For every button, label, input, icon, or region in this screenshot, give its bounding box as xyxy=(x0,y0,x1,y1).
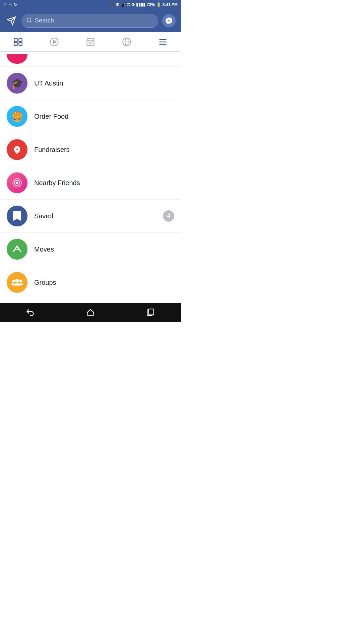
bluetooth-icon: ✱ xyxy=(116,2,119,7)
svg-rect-4 xyxy=(14,38,17,41)
search-placeholder: Search xyxy=(35,17,54,24)
menu-content: 🎓 UT Austin 🍔 Order Food Fundraisers xyxy=(0,52,181,303)
menu-item-fundraisers[interactable]: Fundraisers xyxy=(0,133,181,166)
svg-rect-6 xyxy=(19,38,22,41)
svg-point-19 xyxy=(16,182,18,184)
ut-austin-label: UT Austin xyxy=(34,79,63,87)
partial-top-item[interactable] xyxy=(0,52,181,67)
phone-icon: ✆ xyxy=(127,2,130,7)
battery-percent: 73% xyxy=(147,2,155,7)
menu-item-moves[interactable]: Moves xyxy=(0,233,181,266)
status-left-icons: ⊙ ⚠ ↻ xyxy=(3,2,17,7)
saved-label: Saved xyxy=(34,212,53,220)
svg-rect-5 xyxy=(14,42,17,45)
groups-icon xyxy=(7,272,27,293)
moves-icon xyxy=(7,239,27,260)
headphone-icon: 🎧 xyxy=(109,2,114,7)
svg-line-3 xyxy=(30,21,31,22)
status-right-icons: 🎧 ✱ 📳 ✆ ⟳ ▮▮▮▮ 73% 🔋 3:41 PM xyxy=(109,2,178,7)
nearby-friends-label: Nearby Friends xyxy=(34,179,80,187)
partial-icon xyxy=(7,54,27,64)
moves-label: Moves xyxy=(34,246,54,253)
saved-icon xyxy=(7,206,27,226)
nav-item-more[interactable] xyxy=(145,32,181,51)
nearby-friends-icon xyxy=(7,172,27,193)
menu-item-photos[interactable]: Photos xyxy=(0,299,181,303)
ut-austin-icon: 🎓 xyxy=(7,73,27,94)
bottom-nav xyxy=(0,303,181,322)
sync-icon: ⟳ xyxy=(131,2,135,7)
messenger-button[interactable] xyxy=(162,14,176,28)
menu-item-order-food[interactable]: 🍔 Order Food xyxy=(0,100,181,133)
status-bar: ⊙ ⚠ ↻ 🎧 ✱ 📳 ✆ ⟳ ▮▮▮▮ 73% 🔋 3:41 PM xyxy=(0,0,181,9)
search-bar[interactable]: Search xyxy=(21,14,158,28)
menu-item-nearby-friends[interactable]: Nearby Friends xyxy=(0,166,181,200)
back-button[interactable] xyxy=(20,306,40,319)
warning-icon: ⚠ xyxy=(8,2,12,7)
saved-badge: 4 xyxy=(163,210,174,222)
nav-bar xyxy=(0,32,181,52)
fundraisers-icon xyxy=(7,139,27,160)
svg-marker-9 xyxy=(54,40,57,43)
refresh-icon: ↻ xyxy=(14,2,17,7)
spotify-icon: ⊙ xyxy=(3,2,7,7)
clock: 3:41 PM xyxy=(163,2,178,7)
nav-item-newsfeed[interactable] xyxy=(0,32,36,51)
svg-rect-32 xyxy=(149,309,154,315)
menu-item-saved[interactable]: Saved 4 xyxy=(0,200,181,233)
svg-point-2 xyxy=(27,18,31,22)
fundraisers-label: Fundraisers xyxy=(34,146,70,154)
svg-rect-17 xyxy=(17,148,17,151)
groups-label: Groups xyxy=(34,279,56,286)
nav-item-marketplace[interactable] xyxy=(72,32,109,51)
battery-icon: 🔋 xyxy=(156,2,161,7)
svg-point-24 xyxy=(19,280,22,283)
svg-point-18 xyxy=(15,152,19,153)
menu-item-groups[interactable]: Groups xyxy=(0,266,181,299)
recents-button[interactable] xyxy=(141,306,161,319)
send-icon[interactable] xyxy=(5,16,17,25)
nav-item-globe[interactable] xyxy=(109,32,145,51)
nav-item-watch[interactable] xyxy=(36,32,72,51)
order-food-icon: 🍔 xyxy=(7,106,27,127)
svg-point-23 xyxy=(12,280,15,283)
svg-rect-7 xyxy=(19,42,22,45)
header: Search xyxy=(0,9,181,32)
svg-point-22 xyxy=(15,279,19,282)
vibrate-icon: 📳 xyxy=(120,2,125,7)
menu-item-ut-austin[interactable]: 🎓 UT Austin xyxy=(0,67,181,100)
order-food-label: Order Food xyxy=(34,113,68,120)
search-icon xyxy=(26,17,32,24)
signal-icon: ▮▮▮▮ xyxy=(136,2,145,7)
home-button[interactable] xyxy=(80,306,101,319)
